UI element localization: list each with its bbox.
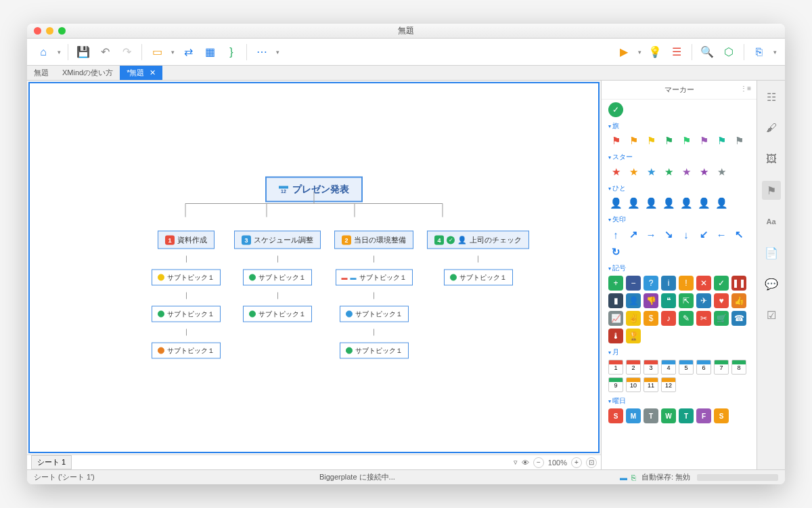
arrow-0[interactable]: ↑ (608, 227, 623, 242)
topic-icon[interactable]: ▭ (148, 43, 166, 62)
month-4[interactable]: 4 (661, 360, 676, 375)
save-icon[interactable]: 💾 (74, 43, 93, 62)
sub-3-0[interactable]: サブトピック１ (444, 270, 513, 286)
star-6[interactable]: ★ (714, 165, 729, 179)
sub-2-0[interactable]: ▬▬サブトピック１ (336, 270, 413, 286)
arrow-3[interactable]: ↘ (661, 227, 676, 242)
day-0[interactable]: S (608, 408, 623, 423)
flag-4[interactable]: ⚑ (679, 133, 694, 148)
close-tab-icon[interactable]: ✕ (147, 68, 155, 77)
arrow-8[interactable]: ↻ (608, 245, 623, 259)
comments-icon[interactable]: 💬 (762, 274, 781, 293)
symbol-5[interactable]: ✕ (696, 276, 711, 291)
sub-0-0[interactable]: サブトピック１ (152, 270, 221, 286)
arrow-1[interactable]: ↗ (626, 227, 641, 242)
person-2[interactable]: 👤 (644, 196, 658, 211)
tab-1[interactable]: XMindの使い方 (55, 66, 120, 80)
sub-1-0[interactable]: サブトピック１ (243, 270, 312, 286)
day-3[interactable]: W (661, 408, 676, 423)
section-people[interactable]: ひと (608, 184, 750, 193)
day-4[interactable]: T (679, 408, 694, 423)
marker-check[interactable]: ✓ (608, 102, 623, 117)
tab-0[interactable]: 無題 (27, 66, 55, 80)
export-icon[interactable]: ⎘ (750, 43, 769, 62)
symbol-10[interactable]: 👎 (644, 293, 658, 308)
topic-dropdown-icon[interactable]: ▾ (169, 43, 176, 62)
image-icon[interactable]: 🖼 (762, 150, 781, 169)
format-icon[interactable]: 🖌 (762, 119, 781, 137)
person-3[interactable]: 👤 (661, 196, 676, 211)
present-dropdown-icon[interactable]: ▾ (636, 43, 643, 62)
month-11[interactable]: 11 (644, 377, 658, 392)
star-1[interactable]: ★ (626, 165, 641, 179)
home-dropdown-icon[interactable]: ▾ (55, 43, 62, 62)
month-6[interactable]: 6 (696, 360, 711, 375)
boundary-icon[interactable]: ▦ (200, 43, 219, 62)
person-5[interactable]: 👤 (696, 196, 711, 211)
sheet-tab[interactable]: シート 1 (31, 455, 72, 469)
person-4[interactable]: 👤 (679, 196, 694, 211)
branch-2[interactable]: 2当日の環境整備 (334, 231, 413, 249)
arrow-7[interactable]: ↖ (731, 227, 746, 242)
canvas[interactable]: 12 プレゼン発表 1資料作成サブトピック１サブトピック１サブトピック１3スケジ… (28, 82, 600, 453)
flag-1[interactable]: ⚑ (626, 133, 641, 148)
flag-5[interactable]: ⚑ (696, 133, 711, 148)
filter-icon[interactable]: ▿ (514, 458, 518, 467)
branch-0[interactable]: 1資料作成 (158, 231, 215, 249)
idea-icon[interactable]: 💡 (646, 43, 664, 62)
symbol-21[interactable]: ✂ (696, 311, 711, 326)
branch-3[interactable]: 4✓👤上司のチェック (427, 231, 529, 249)
symbol-17[interactable]: ✌ (626, 311, 641, 326)
branch-1[interactable]: 3スケジュール調整 (234, 231, 321, 249)
symbol-12[interactable]: ⇱ (679, 293, 694, 308)
arrow-2[interactable]: → (644, 227, 658, 242)
section-stars[interactable]: スター (608, 152, 750, 162)
person-1[interactable]: 👤 (626, 196, 641, 211)
present-icon[interactable]: ▶ (614, 43, 633, 62)
symbol-9[interactable]: 👤 (626, 293, 641, 308)
sub-2-1[interactable]: サブトピック１ (340, 306, 409, 322)
day-5[interactable]: F (696, 408, 711, 423)
symbol-0[interactable]: + (608, 276, 623, 291)
month-3[interactable]: 3 (644, 360, 658, 375)
month-10[interactable]: 10 (626, 377, 641, 392)
month-8[interactable]: 8 (731, 360, 746, 375)
person-0[interactable]: 👤 (608, 196, 623, 211)
star-2[interactable]: ★ (644, 165, 658, 179)
symbol-3[interactable]: i (661, 276, 676, 291)
home-icon[interactable]: ⌂ (34, 43, 53, 62)
share-icon[interactable]: ⬡ (719, 43, 738, 62)
undo-icon[interactable]: ↶ (95, 43, 114, 62)
section-symbols[interactable]: 記号 (608, 263, 750, 273)
symbol-8[interactable]: ▮ (608, 293, 623, 308)
arrow-5[interactable]: ↙ (696, 227, 711, 242)
day-2[interactable]: T (644, 408, 658, 423)
sub-2-2[interactable]: サブトピック１ (340, 343, 409, 359)
month-2[interactable]: 2 (626, 360, 641, 375)
symbol-24[interactable]: 🌡 (608, 329, 623, 343)
flag-7[interactable]: ⚑ (731, 133, 746, 148)
day-6[interactable]: S (714, 408, 729, 423)
month-5[interactable]: 5 (679, 360, 694, 375)
flag-3[interactable]: ⚑ (661, 133, 676, 148)
star-4[interactable]: ★ (679, 165, 694, 179)
flag-2[interactable]: ⚑ (644, 133, 658, 148)
symbol-14[interactable]: ♥ (714, 293, 729, 308)
star-5[interactable]: ★ (696, 165, 711, 179)
zoom-out-button[interactable]: − (533, 457, 544, 468)
sub-0-2[interactable]: サブトピック１ (152, 343, 221, 359)
task-icon[interactable]: ☑ (762, 305, 781, 324)
more-icon[interactable]: ⋯ (252, 43, 271, 62)
month-9[interactable]: 9 (608, 377, 623, 392)
star-0[interactable]: ★ (608, 165, 623, 179)
section-arrows[interactable]: 矢印 (608, 215, 750, 224)
symbol-1[interactable]: − (626, 276, 641, 291)
month-7[interactable]: 7 (714, 360, 729, 375)
sub-0-1[interactable]: サブトピック１ (152, 306, 221, 322)
zoom-in-button[interactable]: + (571, 457, 582, 468)
arrow-6[interactable]: ← (714, 227, 729, 242)
root-topic[interactable]: 12 プレゼン発表 (265, 177, 363, 203)
flag-0[interactable]: ⚑ (608, 133, 623, 148)
symbol-4[interactable]: ! (679, 276, 694, 291)
symbol-22[interactable]: 🛒 (714, 311, 729, 326)
